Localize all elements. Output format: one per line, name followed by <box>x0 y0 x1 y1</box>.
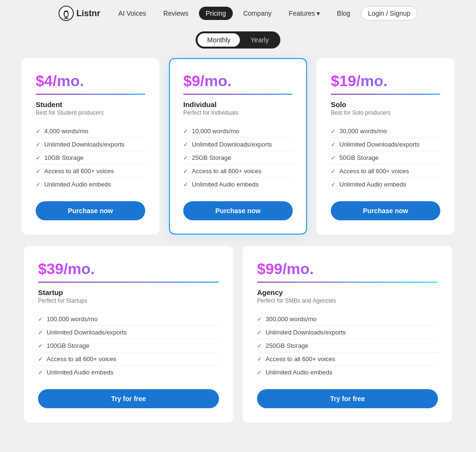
list-item: ✓100GB Storage <box>38 339 219 353</box>
check-icon: ✓ <box>183 128 188 135</box>
plans-top-row: $4/mo. Student Best for Student producer… <box>19 58 457 235</box>
agency-price: $99/mo. <box>257 260 438 278</box>
startup-try-button[interactable]: Try for free <box>38 389 219 408</box>
list-item: ✓Unlimited Audio embeds <box>183 178 293 191</box>
list-item: ✓100,000 words/mo <box>38 313 219 326</box>
student-name: Student <box>36 100 145 108</box>
list-item: ✓30,000 words/mo <box>331 125 440 138</box>
nav-ai-voices[interactable]: AI Voices <box>112 7 153 20</box>
list-item: ✓Access to all 600+ voices <box>183 165 293 178</box>
student-divider <box>36 94 145 95</box>
startup-name: Startup <box>38 288 219 296</box>
check-icon: ✓ <box>257 343 262 349</box>
solo-name: Solo <box>331 100 440 108</box>
check-icon: ✓ <box>38 356 43 363</box>
check-icon: ✓ <box>36 128 40 135</box>
nav-reviews[interactable]: Reviews <box>157 7 195 20</box>
plan-individual: $9/mo. Individual Perfect for Individual… <box>169 58 307 235</box>
list-item: ✓Unlimited Audio embeds <box>331 178 440 191</box>
billing-toggle-wrap: Monthly Yearly <box>0 31 476 49</box>
individual-price: $9/mo. <box>183 72 293 90</box>
list-item: ✓Access to all 600+ voices <box>36 165 145 178</box>
logo[interactable]: Listnr <box>59 6 100 21</box>
solo-purchase-button[interactable]: Purchase now <box>331 201 440 220</box>
yearly-toggle-button[interactable]: Yearly <box>241 33 278 47</box>
list-item: ✓Unlimited Downloads/exports <box>38 326 219 339</box>
student-features: ✓4,000 words/mo ✓Unlimited Downloads/exp… <box>36 125 145 191</box>
logo-text: Listnr <box>77 9 100 19</box>
check-icon: ✓ <box>38 369 43 376</box>
startup-features: ✓100,000 words/mo ✓Unlimited Downloads/e… <box>38 313 219 379</box>
pricing-section: $4/mo. Student Best for Student producer… <box>10 58 466 452</box>
check-icon: ✓ <box>38 343 43 349</box>
solo-divider <box>331 94 440 95</box>
check-icon: ✓ <box>36 168 40 175</box>
nav-pricing[interactable]: Pricing <box>199 7 233 20</box>
individual-name: Individual <box>183 100 293 108</box>
check-icon: ✓ <box>257 329 262 336</box>
list-item: ✓300,000 words/mo <box>257 313 438 326</box>
check-icon: ✓ <box>331 181 336 188</box>
list-item: ✓250GB Storage <box>257 339 438 353</box>
individual-desc: Perfect for Individuals <box>183 109 293 116</box>
list-item: ✓Unlimited Downloads/exports <box>331 138 440 151</box>
student-desc: Best for Student producers <box>36 109 145 116</box>
student-price: $4/mo. <box>36 72 145 90</box>
startup-price: $39/mo. <box>38 260 219 278</box>
check-icon: ✓ <box>331 128 336 135</box>
solo-desc: Best for Solo producers <box>331 109 440 116</box>
check-icon: ✓ <box>183 181 188 188</box>
check-icon: ✓ <box>36 141 40 148</box>
list-item: ✓10GB Storage <box>36 151 145 165</box>
individual-purchase-button[interactable]: Purchase now <box>183 201 293 220</box>
list-item: ✓Unlimited Downloads/exports <box>257 326 438 339</box>
monthly-toggle-button[interactable]: Monthly <box>198 33 240 47</box>
check-icon: ✓ <box>183 141 188 148</box>
solo-price: $19/mo. <box>331 72 440 90</box>
startup-divider <box>38 282 219 283</box>
list-item: ✓Access to all 600+ voices <box>38 353 219 366</box>
student-purchase-button[interactable]: Purchase now <box>36 201 145 220</box>
check-icon: ✓ <box>38 316 43 323</box>
check-icon: ✓ <box>331 141 336 148</box>
agency-desc: Perfect for SMBs and Agencies <box>257 297 438 304</box>
logo-icon <box>59 6 74 21</box>
nav-blog[interactable]: Blog <box>330 7 357 20</box>
list-item: ✓Unlimited Audio embeds <box>36 178 145 191</box>
list-item: ✓25GB Storage <box>183 151 293 165</box>
check-icon: ✓ <box>331 155 336 161</box>
agency-features: ✓300,000 words/mo ✓Unlimited Downloads/e… <box>257 313 438 379</box>
check-icon: ✓ <box>183 168 188 175</box>
list-item: ✓Unlimited Downloads/exports <box>183 138 293 151</box>
list-item: ✓Access to all 600+ voices <box>331 165 440 178</box>
nav-features[interactable]: Features ▾ <box>282 7 327 20</box>
navbar: Listnr AI Voices Reviews Pricing Company… <box>0 0 476 27</box>
agency-name: Agency <box>257 288 438 296</box>
check-icon: ✓ <box>331 168 336 175</box>
check-icon: ✓ <box>183 155 188 161</box>
agency-divider <box>257 282 438 283</box>
check-icon: ✓ <box>257 316 262 323</box>
plans-bottom-row: $39/mo. Startup Perfect for Startups ✓10… <box>19 246 457 423</box>
solo-features: ✓30,000 words/mo ✓Unlimited Downloads/ex… <box>331 125 440 191</box>
plan-agency: $99/mo. Agency Perfect for SMBs and Agen… <box>243 246 452 423</box>
login-signup-button[interactable]: Login / Signup <box>361 6 418 20</box>
plan-startup: $39/mo. Startup Perfect for Startups ✓10… <box>24 246 233 423</box>
list-item: ✓Access to all 600+ voices <box>257 353 438 366</box>
list-item: ✓4,000 words/mo <box>36 125 145 138</box>
plan-student: $4/mo. Student Best for Student producer… <box>21 58 159 235</box>
list-item: ✓Unlimited Audio embeds <box>38 366 219 379</box>
nav-company[interactable]: Company <box>237 7 278 20</box>
check-icon: ✓ <box>36 181 40 188</box>
startup-desc: Perfect for Startups <box>38 297 219 304</box>
individual-features: ✓10,000 words/mo ✓Unlimited Downloads/ex… <box>183 125 293 191</box>
check-icon: ✓ <box>257 356 262 363</box>
plan-solo: $19/mo. Solo Best for Solo producers ✓30… <box>317 58 455 235</box>
check-icon: ✓ <box>36 155 40 161</box>
list-item: ✓Unlimited Audio embeds <box>257 366 438 379</box>
list-item: ✓Unlimited Downloads/exports <box>36 138 145 151</box>
billing-toggle: Monthly Yearly <box>196 31 280 49</box>
agency-try-button[interactable]: Try for free <box>257 389 438 408</box>
check-icon: ✓ <box>257 369 262 376</box>
list-item: ✓10,000 words/mo <box>183 125 293 138</box>
